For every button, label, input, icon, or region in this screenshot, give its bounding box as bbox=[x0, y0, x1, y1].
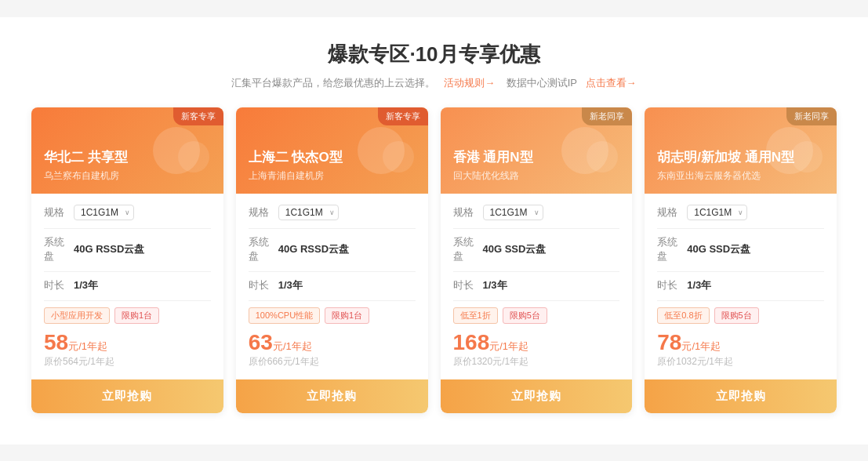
tag-0-1: 限购1台 bbox=[114, 307, 159, 324]
duration-value-0: 1/3年 bbox=[74, 278, 98, 292]
tags-row-3: 低至0.8折限购5台 bbox=[657, 307, 824, 324]
buy-button-2[interactable]: 立即抢购 bbox=[441, 379, 633, 413]
tag-3-0: 低至0.8折 bbox=[657, 307, 709, 324]
card-header-2: 新老同享 香港 通用N型 回大陆优化线路 bbox=[441, 107, 633, 194]
card-3: 新老同享 胡志明/新加坡 通用N型 东南亚出海云服务器优选 规格 1C1G1M … bbox=[645, 107, 837, 413]
spec-label-2: 规格 bbox=[453, 205, 483, 220]
tags-row-0: 小型应用开发限购1台 bbox=[44, 307, 211, 324]
disk-value-2: 40G SSD云盘 bbox=[483, 242, 547, 256]
spec-row-2: 规格 1C1G1M bbox=[453, 205, 620, 220]
price-unit-3: 元/1年起 bbox=[681, 340, 721, 352]
card-body-2: 规格 1C1G1M 系统盘 40G SSD云盘 时长 1/3年 bbox=[441, 194, 633, 379]
tags-row-1: 100%CPU性能限购1台 bbox=[249, 307, 416, 324]
duration-row-3: 时长 1/3年 bbox=[657, 278, 824, 292]
disk-label-0: 系统盘 bbox=[44, 235, 74, 263]
badge-0: 新客专享 bbox=[173, 107, 223, 125]
card-title-3: 胡志明/新加坡 通用N型 bbox=[657, 148, 824, 166]
duration-label-3: 时长 bbox=[657, 278, 687, 292]
price-unit-2: 元/1年起 bbox=[489, 340, 528, 352]
card-body-0: 规格 1C1G1M 系统盘 40G RSSD云盘 时长 1/3年 bbox=[31, 194, 223, 379]
card-subtitle-3: 东南亚出海云服务器优选 bbox=[657, 169, 824, 183]
disk-value-1: 40G RSSD云盘 bbox=[278, 242, 349, 256]
divider-tags-2 bbox=[453, 300, 620, 301]
divider-disk-2 bbox=[453, 228, 620, 229]
divider-duration-2 bbox=[453, 271, 620, 272]
buy-button-0[interactable]: 立即抢购 bbox=[31, 379, 223, 413]
buy-button-3[interactable]: 立即抢购 bbox=[645, 379, 837, 413]
divider-disk-3 bbox=[657, 228, 824, 229]
datacenter-link[interactable]: 点击查看→ bbox=[586, 77, 637, 89]
spec-row-0: 规格 1C1G1M bbox=[44, 205, 211, 220]
select-wrapper-0[interactable]: 1C1G1M bbox=[74, 205, 134, 220]
duration-value-2: 1/3年 bbox=[483, 278, 507, 292]
disk-row-0: 系统盘 40G RSSD云盘 bbox=[44, 235, 211, 263]
tag-3-1: 限购5台 bbox=[714, 307, 759, 324]
spec-row-3: 规格 1C1G1M bbox=[657, 205, 824, 220]
spec-select-2[interactable]: 1C1G1M bbox=[483, 205, 543, 220]
divider-tags-1 bbox=[249, 300, 416, 301]
page-title: 爆款专区·10月专享优惠 bbox=[31, 41, 837, 68]
header-subtitle: 汇集平台爆款产品，给您最优惠的上云选择。 活动规则→ 数据中心测试IP 点击查看… bbox=[31, 76, 837, 90]
spec-label-3: 规格 bbox=[657, 205, 687, 220]
price-unit-0: 元/1年起 bbox=[68, 340, 107, 352]
duration-row-2: 时长 1/3年 bbox=[453, 278, 620, 292]
disk-label-2: 系统盘 bbox=[453, 235, 483, 263]
cards-container: 新客专享 华北二 共享型 乌兰察布自建机房 规格 1C1G1M 系统盘 40G … bbox=[31, 107, 837, 413]
disk-label-3: 系统盘 bbox=[657, 235, 687, 263]
price-unit-1: 元/1年起 bbox=[273, 340, 312, 352]
card-subtitle-0: 乌兰察布自建机房 bbox=[44, 169, 211, 183]
spec-row-1: 规格 1C1G1M bbox=[249, 205, 416, 220]
card-subtitle-2: 回大陆优化线路 bbox=[453, 169, 620, 183]
card-body-1: 规格 1C1G1M 系统盘 40G RSSD云盘 时长 1/3年 bbox=[236, 194, 428, 379]
spec-select-0[interactable]: 1C1G1M bbox=[74, 205, 134, 220]
card-1: 新客专享 上海二 快杰O型 上海青浦自建机房 规格 1C1G1M 系统盘 40G… bbox=[236, 107, 428, 413]
header: 爆款专区·10月专享优惠 汇集平台爆款产品，给您最优惠的上云选择。 活动规则→ … bbox=[31, 41, 837, 90]
disk-row-3: 系统盘 40G SSD云盘 bbox=[657, 235, 824, 263]
price-main-1: 63元/1年起 bbox=[249, 332, 416, 354]
tag-1-1: 限购1台 bbox=[325, 307, 369, 324]
price-original-0: 原价564元/1年起 bbox=[44, 355, 211, 368]
select-wrapper-3[interactable]: 1C1G1M bbox=[687, 205, 747, 220]
duration-value-3: 1/3年 bbox=[687, 278, 711, 292]
spec-select-1[interactable]: 1C1G1M bbox=[278, 205, 339, 220]
spec-label-1: 规格 bbox=[249, 205, 278, 220]
divider-tags-3 bbox=[657, 300, 824, 301]
disk-row-1: 系统盘 40G RSSD云盘 bbox=[249, 235, 416, 263]
badge-2: 新老同享 bbox=[582, 107, 632, 125]
divider-disk-1 bbox=[249, 228, 416, 229]
price-original-3: 原价1032元/1年起 bbox=[657, 355, 824, 368]
card-header-1: 新客专享 上海二 快杰O型 上海青浦自建机房 bbox=[236, 107, 428, 194]
activity-link[interactable]: 活动规则→ bbox=[444, 77, 495, 89]
tag-2-0: 低至1折 bbox=[453, 307, 498, 324]
spec-select-3[interactable]: 1C1G1M bbox=[687, 205, 747, 220]
card-subtitle-1: 上海青浦自建机房 bbox=[249, 169, 416, 183]
select-wrapper-2[interactable]: 1C1G1M bbox=[483, 205, 543, 220]
card-2: 新老同享 香港 通用N型 回大陆优化线路 规格 1C1G1M 系统盘 40G S… bbox=[441, 107, 633, 413]
page-wrapper: 爆款专区·10月专享优惠 汇集平台爆款产品，给您最优惠的上云选择。 活动规则→ … bbox=[0, 17, 868, 445]
card-0: 新客专享 华北二 共享型 乌兰察布自建机房 规格 1C1G1M 系统盘 40G … bbox=[31, 107, 223, 413]
disk-value-0: 40G RSSD云盘 bbox=[74, 242, 144, 256]
price-section-3: 78元/1年起 原价1032元/1年起 bbox=[657, 332, 824, 368]
disk-label-1: 系统盘 bbox=[249, 235, 278, 263]
price-main-0: 58元/1年起 bbox=[44, 332, 211, 354]
card-title-0: 华北二 共享型 bbox=[44, 148, 211, 166]
buy-button-1[interactable]: 立即抢购 bbox=[236, 379, 428, 413]
select-wrapper-1[interactable]: 1C1G1M bbox=[278, 205, 339, 220]
disk-row-2: 系统盘 40G SSD云盘 bbox=[453, 235, 620, 263]
divider-duration-0 bbox=[44, 271, 211, 272]
price-main-3: 78元/1年起 bbox=[657, 332, 824, 354]
price-original-2: 原价1320元/1年起 bbox=[453, 355, 620, 368]
card-header-3: 新老同享 胡志明/新加坡 通用N型 东南亚出海云服务器优选 bbox=[645, 107, 837, 194]
card-header-0: 新客专享 华北二 共享型 乌兰察布自建机房 bbox=[31, 107, 223, 194]
price-section-1: 63元/1年起 原价666元/1年起 bbox=[249, 332, 416, 368]
tags-row-2: 低至1折限购5台 bbox=[453, 307, 620, 324]
subtitle-text: 汇集平台爆款产品，给您最优惠的上云选择。 bbox=[231, 77, 435, 89]
card-body-3: 规格 1C1G1M 系统盘 40G SSD云盘 时长 1/3年 bbox=[645, 194, 837, 379]
tag-0-0: 小型应用开发 bbox=[44, 307, 110, 324]
price-section-0: 58元/1年起 原价564元/1年起 bbox=[44, 332, 211, 368]
divider-duration-1 bbox=[249, 271, 416, 272]
divider-duration-3 bbox=[657, 271, 824, 272]
duration-value-1: 1/3年 bbox=[278, 278, 303, 292]
tag-1-0: 100%CPU性能 bbox=[249, 307, 320, 324]
tag-2-1: 限购5台 bbox=[503, 307, 547, 324]
